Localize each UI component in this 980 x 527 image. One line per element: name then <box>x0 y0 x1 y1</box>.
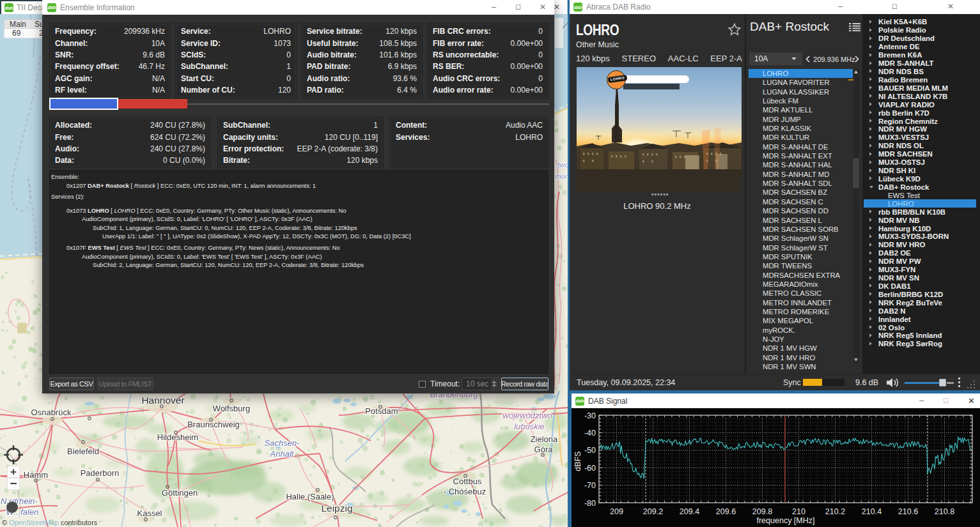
svg-text:Hildesheim: Hildesheim <box>157 432 198 442</box>
svg-text:Halle (Saale): Halle (Saale) <box>286 492 334 501</box>
svg-text:województwo: województwo <box>502 411 552 420</box>
svg-text:frequency [MHz]: frequency [MHz] <box>756 516 814 525</box>
svg-text:Göttingen: Göttingen <box>162 488 198 498</box>
svg-text:Góra: Góra <box>534 445 554 454</box>
svg-text:-60: -60 <box>584 464 596 473</box>
svg-text:209: 209 <box>610 507 623 516</box>
svg-text:Wolfsburg: Wolfsburg <box>213 404 250 413</box>
svg-text:- Chóśebuz: - Chóśebuz <box>444 487 486 496</box>
svg-text:Zielona: Zielona <box>531 434 558 444</box>
svg-text:Sachsen-: Sachsen- <box>265 438 300 448</box>
svg-text:-70: -70 <box>584 481 596 490</box>
svg-text:Cottbus: Cottbus <box>453 477 482 486</box>
svg-text:Potsdam: Potsdam <box>365 406 398 416</box>
svg-text:Kassel: Kassel <box>137 508 162 518</box>
svg-text:210: 210 <box>792 507 805 516</box>
svg-text:-50: -50 <box>584 446 596 455</box>
svg-text:209.8: 209.8 <box>752 507 772 516</box>
svg-text:Braunschweig: Braunschweig <box>187 420 240 429</box>
svg-text:Paderborn: Paderborn <box>81 468 120 478</box>
svg-text:Hamm: Hamm <box>24 470 48 480</box>
svg-text:mor: mor <box>556 172 568 180</box>
svg-text:dBFS: dBFS <box>573 451 582 471</box>
svg-text:-80: -80 <box>584 499 596 508</box>
svg-text:Bielefeld: Bielefeld <box>67 447 99 456</box>
svg-text:..two: ..two <box>554 161 568 169</box>
svg-text:Anhalt: Anhalt <box>270 449 295 459</box>
svg-text:209.2: 209.2 <box>643 507 663 516</box>
svg-text:Osnabrück: Osnabrück <box>31 408 72 417</box>
svg-text:Leipzig: Leipzig <box>321 503 352 514</box>
svg-text:-40: -40 <box>584 429 596 438</box>
svg-text:Hannover: Hannover <box>141 395 184 406</box>
svg-text:210.8: 210.8 <box>935 507 954 516</box>
svg-text:lubuskie: lubuskie <box>514 422 545 431</box>
svg-text:210.4: 210.4 <box>862 507 882 516</box>
svg-text:209.4: 209.4 <box>680 507 699 516</box>
svg-text:210.6: 210.6 <box>898 507 918 516</box>
svg-text:210.2: 210.2 <box>825 507 845 516</box>
svg-text:-30: -30 <box>584 411 596 420</box>
svg-text:209.6: 209.6 <box>716 507 736 516</box>
